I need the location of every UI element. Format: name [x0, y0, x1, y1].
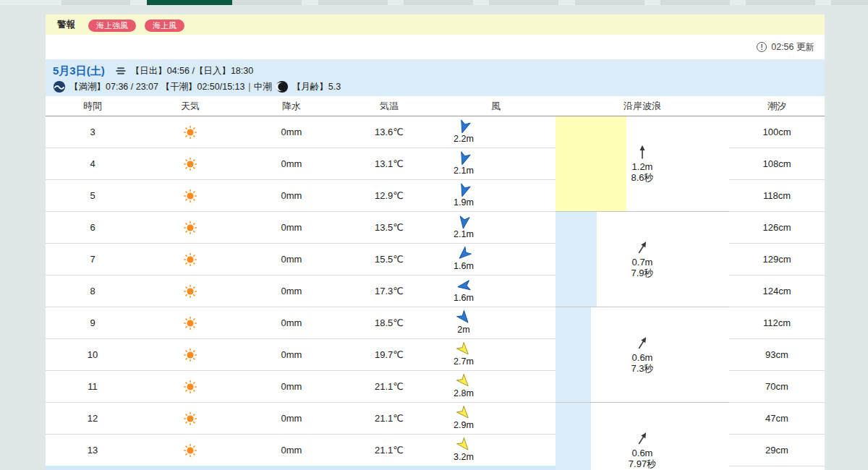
precip-cell: 0mm — [241, 349, 342, 360]
hour-cell: 7 — [46, 254, 140, 265]
precip-cell: 0mm — [241, 158, 342, 169]
tide-cell: 70cm — [729, 371, 825, 403]
tab[interactable] — [489, 0, 558, 5]
wind-cell: 2m — [436, 311, 556, 335]
col-header-wave: 沿岸波浪 — [556, 100, 729, 113]
col-header-tide: 潮汐 — [729, 100, 825, 113]
sunny-icon — [183, 125, 197, 140]
table-row: 12 0mm 21.1℃ 2.9m — [46, 403, 556, 435]
hour-cell: 13 — [46, 445, 140, 456]
day-header: 5月3日(土) 【日出】04:56 /【日入】18:30 【満潮】07:36 /… — [46, 59, 825, 96]
tab[interactable] — [61, 0, 130, 5]
tab[interactable] — [318, 0, 388, 5]
col-header-weather: 天気 — [140, 100, 241, 113]
table-tide-body: 100cm 108cm 118cm 126cm 129cm 124cm 112c… — [729, 116, 825, 466]
wave-height-label: 0.6m — [632, 448, 653, 458]
weather-cell — [140, 125, 241, 140]
hour-cell: 12 — [46, 413, 140, 424]
table-row: 11 0mm 21.1℃ 2.8m — [46, 371, 556, 403]
tide-cell: 29cm — [729, 435, 825, 466]
sunny-icon — [183, 284, 197, 299]
sunny-icon — [183, 221, 197, 235]
sunny-icon — [183, 411, 197, 426]
wind-cell: 1.6m — [436, 279, 556, 303]
tab[interactable] — [232, 0, 302, 5]
tab[interactable] — [831, 0, 868, 5]
tide-cell: 112cm — [729, 307, 825, 339]
temp-cell: 21.1℃ — [342, 381, 436, 392]
tide-cell: 126cm — [729, 212, 825, 244]
wind-direction-icon — [456, 278, 471, 294]
warning-badge[interactable]: 海上強風 — [88, 20, 136, 32]
forecast-card: ! 02:56 更新 5月3日(土) 【日出】04:56 /【日入】18:30 … — [46, 35, 825, 470]
wind-direction-icon — [455, 182, 472, 200]
tab[interactable] — [660, 0, 730, 5]
precip-cell: 0mm — [241, 381, 342, 392]
wave-direction-icon — [637, 145, 648, 160]
top-tab-bar — [0, 0, 868, 5]
temp-cell: 12.9℃ — [342, 190, 436, 201]
weather-cell — [140, 189, 241, 203]
hour-cell: 10 — [46, 349, 140, 360]
sunrise-icon — [114, 64, 127, 77]
hour-cell: 8 — [46, 286, 140, 296]
tide-cell: 100cm — [729, 116, 825, 148]
wind-cell: 2.8m — [436, 375, 556, 398]
wave-height-label: 1.2m — [632, 161, 653, 172]
wind-cell: 1.9m — [436, 184, 556, 208]
weather-cell — [140, 316, 241, 330]
tab[interactable] — [746, 0, 815, 5]
date-label: 5月3日(土) — [53, 64, 105, 78]
wave-group: 1.2m 8.6秒 — [556, 116, 729, 212]
table-header-row: 時間 天気 降水 気温 風 沿岸波浪 潮汐 — [46, 96, 825, 116]
col-header-wind: 風 — [436, 100, 556, 113]
temp-cell: 18.5℃ — [342, 317, 436, 328]
wind-direction-icon — [455, 119, 472, 136]
sunny-icon — [183, 443, 197, 458]
weather-cell — [140, 380, 241, 394]
wave-period-label: 8.6秒 — [631, 172, 653, 183]
weather-cell — [140, 284, 241, 299]
wind-cell: 2.2m — [436, 120, 556, 144]
wave-period-label: 7.9秒 — [631, 268, 653, 278]
temp-cell: 13.5℃ — [342, 222, 436, 233]
sunny-icon — [183, 316, 197, 330]
tab[interactable] — [404, 0, 473, 5]
table-left-body: 3 0mm 13.6℃ 2.2m 4 — [46, 116, 556, 466]
sunny-icon — [183, 157, 197, 171]
temp-cell: 19.7℃ — [342, 349, 436, 360]
table-row: 13 0mm 21.1℃ 3.2m — [46, 435, 556, 466]
wave-group: 0.7m 7.9秒 — [556, 212, 729, 307]
precip-cell: 0mm — [241, 222, 342, 233]
tide-cell: 118cm — [729, 180, 825, 212]
weather-cell — [140, 411, 241, 426]
wind-speed-label: 2.1m — [454, 166, 474, 176]
update-status: ! 02:56 更新 — [46, 35, 825, 59]
table-row: 7 0mm 15.5℃ 1.6m — [46, 244, 556, 275]
alert-circle-icon[interactable]: ! — [757, 42, 767, 52]
warning-badge[interactable]: 海上風 — [145, 20, 184, 32]
tide-times-label: 【満潮】07:36 / 23:07 【干潮】02:50/15:13｜中潮 — [69, 81, 272, 93]
wind-cell: 3.2m — [436, 438, 556, 462]
col-header-time: 時間 — [46, 100, 140, 113]
wave-group: 0.6m 7.3秒 — [556, 307, 729, 403]
wave-icon — [53, 80, 66, 93]
wind-direction-icon — [455, 150, 472, 168]
tab[interactable] — [575, 0, 644, 5]
precip-cell: 0mm — [241, 127, 342, 137]
precip-cell: 0mm — [241, 413, 342, 424]
temp-cell: 13.1℃ — [342, 158, 436, 169]
tide-cell: 47cm — [729, 403, 825, 435]
tide-cell: 93cm — [729, 339, 825, 371]
table-row: 5 0mm 12.9℃ 1.9m — [46, 180, 556, 212]
wind-speed-label: 1.6m — [454, 293, 474, 303]
sunrise-sunset-label: 【日出】04:56 /【日入】18:30 — [131, 65, 254, 77]
hour-cell: 11 — [46, 381, 140, 392]
wave-direction-icon — [634, 333, 652, 352]
tab-active[interactable] — [147, 0, 232, 5]
tide-cell: 124cm — [729, 275, 825, 307]
hour-cell: 6 — [46, 222, 140, 233]
moon-icon — [276, 80, 289, 93]
wave-direction-icon — [634, 429, 652, 448]
weather-cell — [140, 157, 241, 171]
